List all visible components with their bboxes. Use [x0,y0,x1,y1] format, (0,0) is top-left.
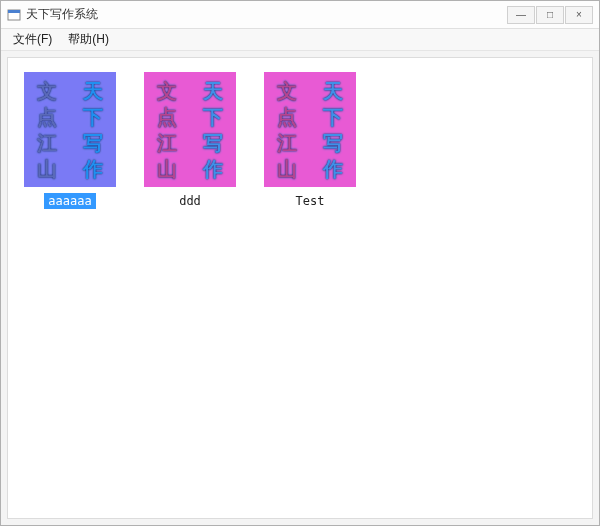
project-label[interactable]: aaaaaa [44,193,95,209]
project-list: 文 点 江 山 天 下 写 作 aaaaaa [7,57,593,519]
thumb-col-right: 天 下 写 作 [190,72,236,187]
minimize-button[interactable]: — [507,6,535,24]
titlebar[interactable]: 天下写作系统 — □ × [1,1,599,29]
window-controls: — □ × [506,6,593,24]
thumb-col-right: 天 下 写 作 [70,72,116,187]
project-thumbnail: 文 点 江 山 天 下 写 作 [24,72,116,187]
thumb-col-left: 文 点 江 山 [144,72,190,187]
app-icon [7,8,21,22]
application-window: 天下写作系统 — □ × 文件(F) 帮助(H) 文 点 江 山 天 [0,0,600,526]
thumb-col-left: 文 点 江 山 [24,72,70,187]
project-label[interactable]: ddd [175,193,205,209]
svg-rect-1 [8,10,20,13]
project-thumbnail: 文 点 江 山 天 下 写 作 [144,72,236,187]
menu-file[interactable]: 文件(F) [5,29,60,50]
project-item[interactable]: 文 点 江 山 天 下 写 作 ddd [144,72,236,209]
project-item[interactable]: 文 点 江 山 天 下 写 作 aaaaaa [24,72,116,209]
content-wrapper: 文 点 江 山 天 下 写 作 aaaaaa [1,51,599,525]
thumb-col-right: 天 下 写 作 [310,72,356,187]
menu-help[interactable]: 帮助(H) [60,29,117,50]
menubar: 文件(F) 帮助(H) [1,29,599,51]
close-button[interactable]: × [565,6,593,24]
project-label[interactable]: Test [292,193,329,209]
thumb-col-left: 文 点 江 山 [264,72,310,187]
project-item[interactable]: 文 点 江 山 天 下 写 作 Test [264,72,356,209]
project-thumbnail: 文 点 江 山 天 下 写 作 [264,72,356,187]
maximize-button[interactable]: □ [536,6,564,24]
window-title: 天下写作系统 [26,6,506,23]
